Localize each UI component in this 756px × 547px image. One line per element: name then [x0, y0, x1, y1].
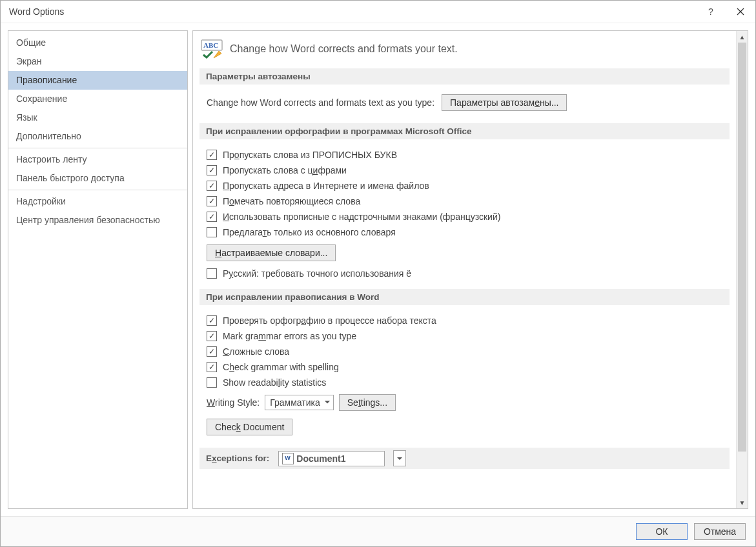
- check-flag-repeated[interactable]: Помечать повторяющиеся слова: [199, 194, 730, 209]
- content-area: ABC Change how Word corrects and formats…: [192, 30, 748, 509]
- check-label: Check grammar with spelling: [223, 362, 339, 372]
- checkbox-icon: [207, 346, 217, 357]
- close-button[interactable]: [726, 1, 755, 23]
- check-readability-stats[interactable]: Show readability statistics: [199, 375, 730, 390]
- sidebar-item-proofing[interactable]: Правописание: [8, 71, 187, 90]
- dialog-body: Общие Экран Правописание Сохранение Язык…: [1, 23, 755, 516]
- check-ignore-with-numbers[interactable]: Пропускать слова с цифрами: [199, 163, 730, 178]
- section-word-spelling: При исправлении правописания в Word: [199, 289, 730, 305]
- svg-text:ABC: ABC: [203, 41, 218, 49]
- close-icon: [737, 8, 744, 15]
- vertical-scrollbar[interactable]: ▲ ▼: [736, 31, 748, 508]
- checkbox-icon: [207, 315, 217, 326]
- exceptions-dropdown-button[interactable]: [393, 450, 406, 466]
- sidebar-separator: [8, 148, 187, 148]
- autocorrect-lead-text: Change how Word corrects and formats tex…: [207, 97, 434, 108]
- check-label: Show readability statistics: [223, 377, 326, 388]
- window-title: Word Options: [9, 6, 64, 17]
- check-label: Предлагать только из основного словаря: [223, 227, 396, 237]
- check-confused-words[interactable]: Сложные слова: [199, 344, 730, 359]
- custom-dictionaries-button[interactable]: Настраиваемые словари...: [207, 244, 336, 261]
- dialog-footer: ОК Отмена: [1, 516, 755, 546]
- writing-style-select[interactable]: Грамматика: [265, 395, 334, 410]
- word-options-dialog: Word Options ? Общие Экран Правописание …: [0, 0, 756, 547]
- sidebar-item-language[interactable]: Язык: [8, 108, 187, 127]
- help-button[interactable]: ?: [696, 1, 726, 23]
- proofing-icon: ABC: [201, 39, 223, 59]
- check-label: Пропускать слова с цифрами: [223, 165, 347, 175]
- check-label: Пропускать адреса в Интернете и имена фа…: [223, 181, 429, 191]
- check-label: Пропускать слова из ПРОПИСНЫХ БУКВ: [223, 150, 397, 160]
- section-autocorrect-options: Параметры автозамены: [199, 68, 730, 85]
- scroll-thumb[interactable]: [738, 43, 746, 452]
- sidebar-item-customize-ribbon[interactable]: Настроить ленту: [8, 150, 187, 169]
- check-label: Русский: требовать точного использования…: [223, 268, 411, 279]
- sidebar-item-addins[interactable]: Надстройки: [8, 192, 187, 211]
- sidebar-item-display[interactable]: Экран: [8, 52, 187, 71]
- checkbox-icon: [207, 377, 217, 388]
- checkbox-icon: [207, 268, 217, 279]
- check-label: Сложные слова: [223, 346, 289, 357]
- check-grammar-with-spelling[interactable]: Check grammar with spelling: [199, 359, 730, 375]
- sidebar-item-general[interactable]: Общие: [8, 34, 187, 52]
- check-ignore-internet[interactable]: Пропускать адреса в Интернете и имена фа…: [199, 178, 730, 194]
- section-exceptions: Exceptions for: Document1: [199, 448, 730, 469]
- scroll-down-button[interactable]: ▼: [737, 497, 748, 508]
- check-label: Mark grammar errors as you type: [223, 331, 356, 341]
- checkbox-icon: [207, 196, 217, 206]
- check-russian-yo[interactable]: Русский: требовать точного использования…: [199, 266, 730, 281]
- check-spellcheck-as-type[interactable]: Проверять орфографию в процессе набора т…: [199, 313, 730, 328]
- scroll-up-button[interactable]: ▲: [737, 31, 748, 43]
- writing-style-value: Грамматика: [270, 397, 320, 408]
- checkbox-icon: [207, 181, 217, 191]
- check-document-button[interactable]: Check Document: [207, 419, 292, 435]
- checkbox-icon: [207, 331, 217, 341]
- checkbox-icon: [207, 150, 217, 160]
- checkbox-icon: [207, 165, 217, 175]
- page-header: ABC Change how Word corrects and formats…: [201, 39, 730, 59]
- cancel-button[interactable]: Отмена: [694, 523, 746, 540]
- sidebar-item-quick-access[interactable]: Панель быстрого доступа: [8, 169, 187, 188]
- ok-button[interactable]: ОК: [636, 523, 688, 540]
- checkbox-icon: [207, 227, 217, 237]
- writing-style-label: Writing Style:: [207, 397, 260, 408]
- sidebar-separator: [8, 190, 187, 190]
- sidebar: Общие Экран Правописание Сохранение Язык…: [8, 30, 188, 509]
- autocorrect-lead-row: Change how Word corrects and formats tex…: [199, 92, 730, 113]
- check-label: Помечать повторяющиеся слова: [223, 196, 360, 206]
- window-controls: ?: [696, 1, 755, 23]
- sidebar-item-trust-center[interactable]: Центр управления безопасностью: [8, 211, 187, 230]
- exceptions-document-value: Document1: [296, 453, 345, 464]
- content-scroll: ABC Change how Word corrects and formats…: [193, 31, 736, 508]
- exceptions-document-select[interactable]: Document1: [278, 451, 385, 466]
- writing-settings-button[interactable]: Settings...: [339, 394, 396, 411]
- section-office-spelling: При исправлении орфографии в программах …: [199, 123, 730, 139]
- check-accented-french[interactable]: Использовать прописные с надстрочными зн…: [199, 209, 730, 224]
- exceptions-label: Exceptions for:: [206, 453, 269, 463]
- autocorrect-options-button[interactable]: Параметры автозамены...: [442, 94, 567, 111]
- check-mark-grammar[interactable]: Mark grammar errors as you type: [199, 328, 730, 344]
- sidebar-item-advanced[interactable]: Дополнительно: [8, 127, 187, 146]
- checkbox-icon: [207, 362, 217, 372]
- titlebar: Word Options ?: [1, 1, 755, 23]
- check-ignore-uppercase[interactable]: Пропускать слова из ПРОПИСНЫХ БУКВ: [199, 147, 730, 163]
- word-document-icon: [282, 453, 294, 464]
- check-label: Использовать прописные с надстрочными зн…: [223, 212, 500, 222]
- check-suggest-main-dict[interactable]: Предлагать только из основного словаря: [199, 224, 730, 240]
- check-label: Проверять орфографию в процессе набора т…: [223, 315, 436, 326]
- writing-style-row: Writing Style: Грамматика Settings...: [199, 392, 730, 413]
- scroll-track[interactable]: [737, 43, 748, 497]
- checkbox-icon: [207, 212, 217, 222]
- page-header-text: Change how Word corrects and formats you…: [230, 43, 458, 55]
- sidebar-item-save[interactable]: Сохранение: [8, 90, 187, 108]
